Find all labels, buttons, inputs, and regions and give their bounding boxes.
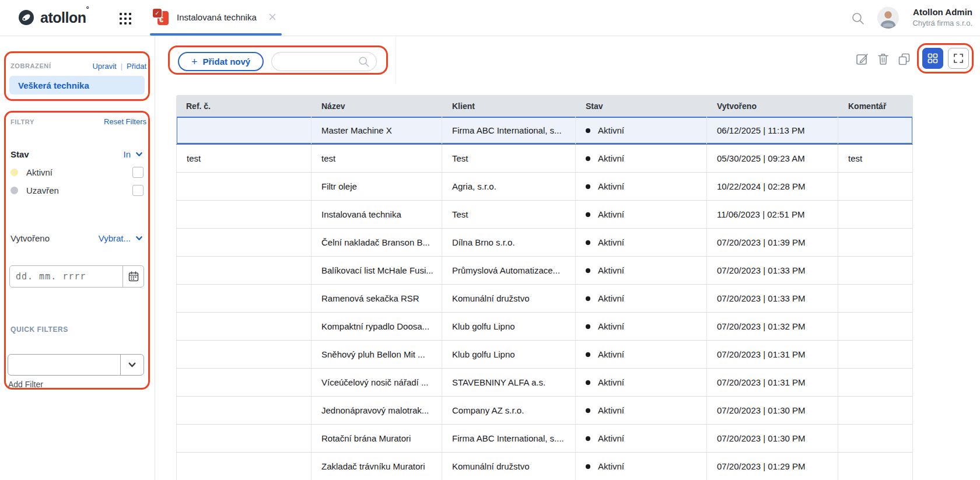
- cell-stav: Aktivní: [576, 397, 707, 424]
- date-filter-field: [9, 265, 144, 288]
- apps-grid-button[interactable]: [118, 12, 132, 26]
- filters-section-title: FILTRY: [10, 118, 34, 125]
- stav-uzavren-checkbox[interactable]: [132, 185, 144, 196]
- table-row[interactable]: testtestTestAktivní05/30/2025 | 09:23 AM…: [176, 145, 913, 173]
- cell-nazev: Balíkovací list McHale Fusi...: [312, 257, 442, 284]
- cell-klient: Komunální družstvo: [442, 285, 576, 312]
- stav-aktivni-checkbox[interactable]: [132, 167, 144, 178]
- reset-filters-link[interactable]: Reset Filters: [104, 117, 146, 126]
- add-new-button[interactable]: + Přidat nový: [178, 52, 264, 71]
- fullscreen-button[interactable]: [948, 48, 969, 69]
- status-active-dot: [586, 240, 590, 245]
- tab-close-icon[interactable]: [268, 12, 277, 22]
- fullscreen-icon: [953, 52, 964, 64]
- table-row[interactable]: Zakladač trávníku MuratoriKomunální druž…: [176, 453, 913, 480]
- cell-stav: Aktivní: [576, 257, 707, 284]
- table-row[interactable]: Master Machine XFirma ABC International,…: [176, 117, 913, 145]
- cell-stav: Aktivní: [576, 313, 707, 340]
- quick-filter-select[interactable]: [8, 354, 144, 376]
- cell-klient: Klub golfu Lipno: [442, 313, 576, 340]
- cell-komentar: [838, 369, 913, 396]
- user-avatar[interactable]: [877, 7, 899, 29]
- cell-stav: Aktivní: [576, 229, 707, 256]
- cell-vytvoreno: 10/22/2024 | 02:28 PM: [707, 173, 838, 200]
- status-label: Aktivní: [598, 321, 624, 331]
- delete-button[interactable]: [876, 52, 890, 66]
- logo-text: atollon°: [40, 9, 89, 26]
- cell-vytvoreno: 07/20/2023 | 01:30 PM: [707, 397, 838, 424]
- status-aktivni-dot: [10, 169, 18, 176]
- edit-button[interactable]: [855, 52, 869, 66]
- cell-ref: [176, 341, 312, 368]
- user-menu[interactable]: Atollon Admin Chytrá firma s.r.o.: [912, 6, 972, 28]
- cell-klient: Company AZ s.r.o.: [442, 397, 576, 424]
- column-header-ref[interactable]: Ref. č.: [176, 101, 312, 111]
- status-active-dot: [586, 408, 590, 413]
- vytvoreno-operator-dropdown[interactable]: Vybrat...: [99, 233, 144, 243]
- cell-ref: [176, 173, 312, 200]
- cell-ref: [176, 285, 312, 312]
- status-uzavren-dot: [10, 187, 18, 194]
- cell-stav: Aktivní: [576, 425, 707, 452]
- invoice-document-icon: € ✓: [152, 8, 170, 26]
- cell-klient: Firma ABC International, s...: [442, 117, 576, 144]
- duplicate-button[interactable]: [897, 52, 911, 66]
- date-input[interactable]: [10, 266, 123, 287]
- stav-operator-value: In: [123, 149, 131, 159]
- status-label: Aktivní: [598, 349, 624, 359]
- table-row[interactable]: Sněhový pluh Bellon Mit ...Klub golfu Li…: [176, 341, 913, 369]
- cell-vytvoreno: 05/30/2025 | 09:23 AM: [707, 145, 838, 172]
- table-row[interactable]: Ramenová sekačka RSRKomunální družstvoAk…: [176, 285, 913, 313]
- cell-komentar: [838, 341, 913, 368]
- quick-filters-header: QUICK FILTERS: [10, 325, 146, 334]
- cell-klient: Test: [442, 145, 576, 172]
- status-label: Aktivní: [598, 293, 624, 303]
- cell-klient: Komunální družstvo: [442, 453, 576, 480]
- status-label: Aktivní: [598, 237, 624, 247]
- table-row[interactable]: Filtr olejeAgria, s.r.o.Aktivní10/22/202…: [176, 173, 913, 201]
- grid-view-icon: [927, 52, 939, 64]
- cell-stav: Aktivní: [576, 201, 707, 228]
- column-header-vytvoreno[interactable]: Vytvořeno: [707, 101, 838, 111]
- add-filter-link[interactable]: Add Filter: [8, 380, 43, 389]
- stav-operator-dropdown[interactable]: In: [123, 149, 144, 159]
- table-row[interactable]: Jednonápravový malotrak...Company AZ s.r…: [176, 397, 913, 425]
- calendar-button[interactable]: [123, 266, 144, 287]
- cell-nazev: Sněhový pluh Bellon Mit ...: [312, 341, 442, 368]
- views-header-row: ZOBRAZENÍ Upravit|Přidat: [10, 61, 146, 71]
- cell-ref: [176, 201, 312, 228]
- cell-stav: Aktivní: [576, 453, 707, 480]
- table-row[interactable]: Čelní nakladač Branson B...Dílna Brno s.…: [176, 229, 913, 257]
- edit-views-link[interactable]: Upravit: [92, 62, 116, 71]
- cell-nazev: Zakladač trávníku Muratori: [312, 453, 442, 480]
- column-header-stav[interactable]: Stav: [576, 101, 707, 111]
- column-header-klient[interactable]: Klient: [442, 101, 576, 111]
- table-row[interactable]: Balíkovací list McHale Fusi...Průmyslová…: [176, 257, 913, 285]
- tab-instalovana-technika[interactable]: € ✓ Instalovaná technika: [152, 8, 277, 26]
- cell-nazev: Víceúčelový nosič nářadí ...: [312, 369, 442, 396]
- add-view-link[interactable]: Přidat: [127, 62, 146, 71]
- trash-icon: [876, 52, 890, 66]
- table-row[interactable]: Instalovaná technikaTestAktivní11/06/202…: [176, 201, 913, 229]
- table-row[interactable]: Rotační brána MuratoriFirma ABC Internat…: [176, 425, 913, 453]
- cell-ref: [176, 117, 312, 144]
- sidebar-item-veskera-technika[interactable]: Veškerá technika: [9, 76, 145, 94]
- table-row[interactable]: Víceúčelový nosič nářadí ...STAVEBNINY A…: [176, 369, 913, 397]
- cell-ref: test: [176, 145, 312, 172]
- cell-nazev: Master Machine X: [312, 117, 442, 144]
- grid-view-button[interactable]: [922, 48, 943, 69]
- cell-ref: [176, 229, 312, 256]
- cell-komentar: [838, 173, 913, 200]
- cell-nazev: Jednonápravový malotrak...: [312, 397, 442, 424]
- status-active-dot: [586, 352, 590, 357]
- cell-nazev: Ramenová sekačka RSR: [312, 285, 442, 312]
- status-active-dot: [586, 212, 590, 217]
- global-search-icon[interactable]: [850, 11, 866, 26]
- cell-nazev: Kompaktní rypadlo Doosa...: [312, 313, 442, 340]
- column-header-komentar[interactable]: Komentář: [838, 101, 913, 111]
- column-header-nazev[interactable]: Název: [312, 101, 442, 111]
- atollon-logo-icon: [18, 9, 35, 26]
- list-search-input[interactable]: [280, 57, 358, 66]
- cell-vytvoreno: 07/20/2023 | 01:31 PM: [707, 341, 838, 368]
- table-row[interactable]: Kompaktní rypadlo Doosa...Klub golfu Lip…: [176, 313, 913, 341]
